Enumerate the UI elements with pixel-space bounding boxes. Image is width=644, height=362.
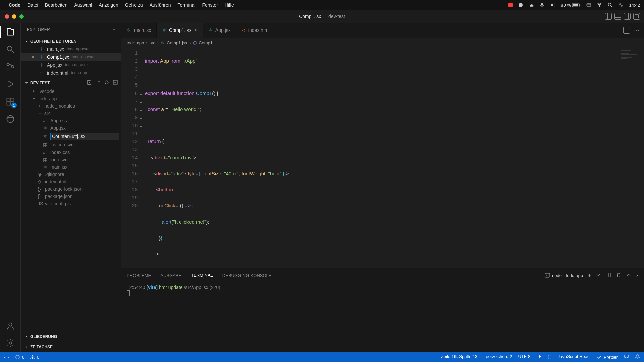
tab-more-icon[interactable]: ⋯ xyxy=(634,27,639,34)
rename-field[interactable] xyxy=(50,133,119,140)
file-rename-input[interactable]: ⚛ xyxy=(24,132,121,141)
status-cloud-icon[interactable] xyxy=(529,2,534,8)
status-tray-icon[interactable] xyxy=(586,2,591,8)
status-encoding[interactable]: UTF-8 xyxy=(518,354,531,360)
status-search-icon[interactable] xyxy=(607,2,613,8)
close-icon[interactable]: × xyxy=(30,54,36,60)
tab-close-icon[interactable]: × xyxy=(194,27,197,33)
menu-help[interactable]: Hilfe xyxy=(225,2,234,8)
status-feedback-icon[interactable] xyxy=(624,354,629,360)
file-gitignore[interactable]: ◉.gitignore xyxy=(24,171,121,178)
sidebar-more-icon[interactable]: ⋯ xyxy=(111,27,116,32)
status-eol[interactable]: LF xyxy=(536,354,541,360)
new-folder-icon[interactable] xyxy=(95,80,101,86)
terminal-dropdown-icon[interactable] xyxy=(596,272,601,279)
file-package-lock[interactable]: {}package-lock.json xyxy=(24,185,121,193)
menu-run[interactable]: Ausführen xyxy=(150,2,171,8)
activity-account[interactable] xyxy=(5,321,15,331)
open-editor-comp1[interactable]: ×⚛Comp1.jsxtodo-app/src xyxy=(21,53,121,61)
folder-node-modules[interactable]: node_modules xyxy=(24,102,121,110)
file-logo[interactable]: ▦logo.svg xyxy=(24,156,121,163)
folder-vscode[interactable]: .vscode xyxy=(24,87,121,95)
status-mic-icon[interactable] xyxy=(539,2,545,8)
menu-selection[interactable]: Auswahl xyxy=(74,2,92,8)
menu-file[interactable]: Datei xyxy=(27,2,38,8)
tab-index[interactable]: ◇index.html xyxy=(236,23,275,38)
open-editor-index[interactable]: ◇index.htmltodo-app xyxy=(21,69,121,77)
panel-tab-debug[interactable]: DEBUGGING-KONSOLE xyxy=(222,269,272,281)
file-vite-config[interactable]: JSvite.config.js xyxy=(24,200,121,207)
customize-layout-icon[interactable] xyxy=(633,13,640,20)
window-minimize[interactable] xyxy=(12,14,16,19)
minimap[interactable] xyxy=(621,50,641,70)
refresh-icon[interactable] xyxy=(104,80,109,86)
toggle-secondary-sidebar-icon[interactable] xyxy=(624,13,631,20)
file-index-html[interactable]: ◇index.html xyxy=(24,178,121,185)
menu-edit[interactable]: Bearbeiten xyxy=(45,2,68,8)
activity-edge[interactable] xyxy=(5,114,15,124)
terminal-kill-icon[interactable] xyxy=(616,272,621,279)
status-wifi-icon[interactable] xyxy=(597,2,602,8)
status-control-icon[interactable] xyxy=(618,2,624,8)
activity-debug[interactable] xyxy=(5,79,15,89)
terminal-shell-label[interactable]: node - todo-app xyxy=(545,273,583,278)
file-app-css[interactable]: #App.css xyxy=(24,117,121,124)
section-open-editors[interactable]: GEÖFFNETE EDITOREN xyxy=(21,38,121,45)
section-outline[interactable]: GLIEDERUNG xyxy=(21,331,121,342)
folder-todo-app[interactable]: todo-app xyxy=(24,95,121,102)
file-app-jsx[interactable]: ⚛App.jsx xyxy=(24,124,121,132)
activity-scm[interactable] xyxy=(5,62,15,72)
section-timeline[interactable]: ZEITACHSE xyxy=(21,342,121,352)
tab-app[interactable]: ⚛App.jsx xyxy=(203,23,236,38)
status-braces-icon[interactable]: { } xyxy=(548,354,552,360)
activity-settings[interactable] xyxy=(5,338,15,348)
menu-window[interactable]: Fenster xyxy=(202,2,218,8)
window-maximize[interactable] xyxy=(19,14,24,19)
terminal-new-icon[interactable]: + xyxy=(588,272,591,279)
status-prettier[interactable]: Prettier xyxy=(597,354,618,360)
file-index-css[interactable]: #index.css xyxy=(24,148,121,156)
panel-tab-terminal[interactable]: TERMINAL xyxy=(191,269,213,281)
activity-explorer[interactable] xyxy=(5,27,15,37)
open-editor-app[interactable]: ⚛App.jsxtodo-app/src xyxy=(21,61,121,69)
status-remote[interactable] xyxy=(4,355,9,360)
open-editor-main[interactable]: ⚛main.jsxtodo-app/src xyxy=(21,45,121,53)
file-package[interactable]: {}package.json xyxy=(24,193,121,200)
menu-view[interactable]: Anzeigen xyxy=(99,2,118,8)
code-editor[interactable]: 1234567891011121314151617181920 import A… xyxy=(121,48,644,268)
collapse-icon[interactable] xyxy=(113,80,118,86)
file-favicon[interactable]: ▦favicon.svg xyxy=(24,141,121,148)
status-app-icon[interactable] xyxy=(518,2,523,8)
status-language[interactable]: JavaScript React xyxy=(558,354,591,360)
split-editor-icon[interactable] xyxy=(623,27,630,34)
activity-extensions[interactable]: 1 xyxy=(5,97,15,107)
window-close[interactable] xyxy=(5,14,9,19)
folder-src[interactable]: src xyxy=(24,110,121,117)
tab-comp1[interactable]: ⚛Comp1.jsx× xyxy=(157,23,203,38)
terminal-close-icon[interactable]: × xyxy=(636,273,639,278)
toggle-panel-icon[interactable] xyxy=(614,13,621,20)
status-cursor-pos[interactable]: Zeile 16, Spalte 13 xyxy=(441,354,477,360)
section-project[interactable]: DEV-TEST xyxy=(21,78,121,87)
terminal-split-icon[interactable] xyxy=(606,272,611,279)
app-name[interactable]: Code xyxy=(9,2,20,8)
breadcrumbs[interactable]: todo-app› src› ⚛Comp1.jsx› ⬡Comp1 xyxy=(121,38,644,48)
file-main-jsx[interactable]: ⚛main.jsx xyxy=(24,163,121,171)
terminal-up-icon[interactable] xyxy=(626,272,631,279)
panel-tab-problems[interactable]: PROBLEME xyxy=(127,269,151,281)
status-bell-icon[interactable] xyxy=(635,354,640,360)
terminal-body[interactable]: 12:54:40 [vite] hmr update /src/App.jsx … xyxy=(121,282,644,352)
status-clock[interactable]: 14:42 xyxy=(629,3,640,8)
toggle-sidebar-icon[interactable] xyxy=(605,13,612,20)
menu-terminal[interactable]: Terminal xyxy=(177,2,195,8)
tab-main[interactable]: ⚛main.jsx xyxy=(121,23,157,38)
status-errors[interactable]: 0 0 xyxy=(15,355,39,360)
status-indent[interactable]: Leerzeichen: 2 xyxy=(483,354,512,360)
status-battery[interactable]: 80 % xyxy=(561,3,581,8)
menu-goto[interactable]: Gehe zu xyxy=(125,2,143,8)
activity-search[interactable] xyxy=(5,44,15,54)
status-volume-icon[interactable] xyxy=(550,2,555,8)
panel-tab-output[interactable]: AUSGABE xyxy=(160,269,181,281)
new-file-icon[interactable] xyxy=(87,80,92,86)
status-rec-icon[interactable] xyxy=(508,3,513,7)
